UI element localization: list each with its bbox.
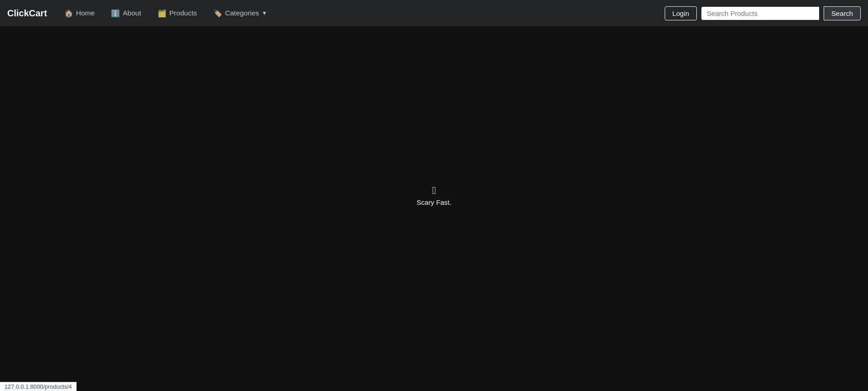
home-icon: 🏠 (64, 9, 73, 18)
status-bar: 127.0.0.1:8000/products/4 (0, 382, 77, 391)
info-icon: ℹ️ (111, 9, 120, 18)
product-card-scary-fast[interactable]:  Scary Fast. (197, 192, 349, 256)
products-grid-row2:  Scary Fast. (36, 192, 832, 256)
login-button[interactable]: Login (665, 6, 697, 20)
nav-categories[interactable]: 🏷️ Categories ▼ (205, 0, 275, 26)
nav-right: Login Search (665, 6, 861, 20)
nav-products[interactable]: 🗂️ Products (149, 0, 205, 26)
product-image-scary-fast:  Scary Fast. (197, 192, 349, 256)
chevron-down-icon: ▼ (262, 10, 267, 16)
nav-about[interactable]: ℹ️ About (103, 0, 149, 26)
search-button[interactable]: Search (824, 6, 861, 20)
navbar: ClickCart 🏠 Home ℹ️ About 🗂️ Products 🏷️… (0, 0, 868, 26)
products-icon: 🗂️ (158, 9, 167, 18)
tag-icon: 🏷️ (213, 9, 222, 18)
main-content: dell dell5000 lap dell 50000.00 E£ (0, 26, 868, 266)
nav-home[interactable]: 🏠 Home (56, 0, 103, 26)
search-input[interactable] (701, 7, 819, 20)
nav-links: 🏠 Home ℹ️ About 🗂️ Products 🏷️ Categorie… (56, 0, 665, 26)
brand-logo[interactable]: ClickCart (7, 8, 47, 19)
